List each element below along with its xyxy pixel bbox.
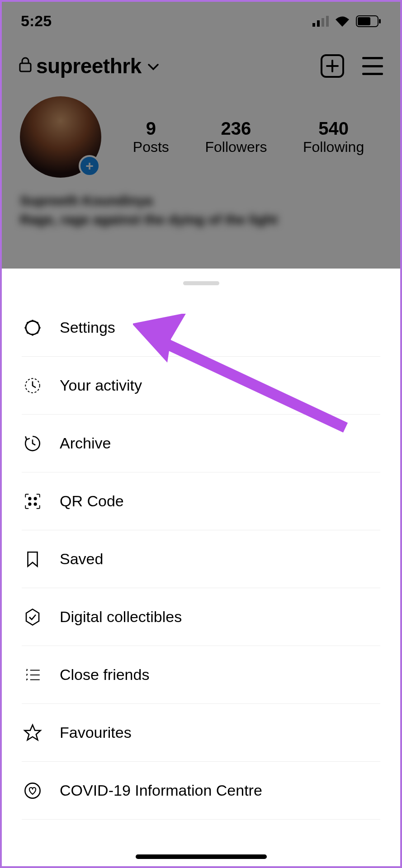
menu-label: Archive	[60, 434, 111, 452]
options-sheet: Settings Your activity Archive QR Code	[2, 269, 400, 866]
svg-point-12	[28, 497, 31, 500]
star-list-icon	[22, 664, 43, 686]
following-count: 540	[303, 118, 364, 139]
svg-rect-1	[317, 20, 320, 27]
svg-point-15	[34, 503, 37, 505]
followers-count: 236	[205, 118, 267, 139]
posts-stat[interactable]: 9 Posts	[133, 118, 169, 156]
status-time: 5:25	[21, 12, 52, 30]
home-indicator[interactable]	[136, 854, 267, 859]
menu-item-collectibles[interactable]: Digital collectibles	[22, 588, 380, 646]
profile-username[interactable]: supreethrk	[36, 54, 142, 78]
menu-item-favourites[interactable]: Favourites	[22, 704, 380, 762]
svg-point-14	[28, 503, 31, 505]
create-post-button[interactable]	[321, 54, 344, 78]
menu-item-saved[interactable]: Saved	[22, 530, 380, 588]
menu-item-archive[interactable]: Archive	[22, 415, 380, 472]
archive-icon	[22, 433, 43, 454]
svg-rect-7	[20, 63, 31, 71]
menu-label: Saved	[60, 550, 103, 568]
lock-icon	[19, 57, 32, 75]
gear-icon	[22, 317, 43, 339]
menu-item-activity[interactable]: Your activity	[22, 357, 380, 415]
sheet-grabber[interactable]	[183, 281, 219, 285]
star-icon	[22, 722, 43, 744]
profile-bio: Supreeth Koundinya Rage, rage against th…	[2, 182, 400, 238]
menu-label: QR Code	[60, 492, 124, 510]
profile-header: supreethrk	[2, 40, 400, 87]
menu-item-qrcode[interactable]: QR Code	[22, 472, 380, 530]
menu-label: Settings	[60, 319, 115, 336]
status-bar: 5:25	[2, 2, 400, 40]
activity-icon	[22, 375, 43, 396]
svg-rect-5	[358, 17, 370, 25]
followers-stat[interactable]: 236 Followers	[205, 118, 267, 156]
svg-point-13	[34, 497, 37, 500]
svg-point-10	[26, 321, 39, 335]
add-story-button[interactable]: +	[79, 155, 100, 177]
menu-item-settings[interactable]: Settings	[22, 299, 380, 357]
svg-rect-6	[379, 19, 381, 24]
cellular-icon	[312, 16, 329, 27]
profile-stats: + 9 Posts 236 Followers 540 Following	[2, 87, 400, 182]
menu-item-close-friends[interactable]: Close friends	[22, 646, 380, 704]
chevron-down-icon[interactable]	[148, 58, 159, 74]
menu-label: Your activity	[60, 377, 142, 394]
menu-item-covid[interactable]: COVID-19 Information Centre	[22, 762, 380, 820]
battery-icon	[356, 15, 381, 27]
posts-label: Posts	[133, 139, 169, 156]
hexagon-check-icon	[22, 606, 43, 628]
menu-label: Close friends	[60, 666, 149, 684]
followers-label: Followers	[205, 139, 267, 156]
menu-label: Digital collectibles	[60, 608, 182, 626]
svg-rect-2	[322, 18, 324, 27]
posts-count: 9	[133, 118, 169, 139]
svg-point-19	[25, 783, 40, 798]
heart-circle-icon	[22, 780, 43, 802]
hamburger-menu-button[interactable]	[362, 57, 383, 75]
following-label: Following	[303, 139, 364, 156]
svg-rect-0	[312, 23, 315, 27]
menu-label: COVID-19 Information Centre	[60, 782, 262, 799]
wifi-icon	[334, 15, 350, 27]
bookmark-icon	[22, 548, 43, 570]
avatar[interactable]: +	[20, 96, 101, 178]
status-indicators	[312, 15, 381, 27]
following-stat[interactable]: 540 Following	[303, 118, 364, 156]
menu-label: Favourites	[60, 724, 132, 741]
svg-rect-3	[326, 16, 329, 27]
qrcode-icon	[22, 491, 43, 512]
